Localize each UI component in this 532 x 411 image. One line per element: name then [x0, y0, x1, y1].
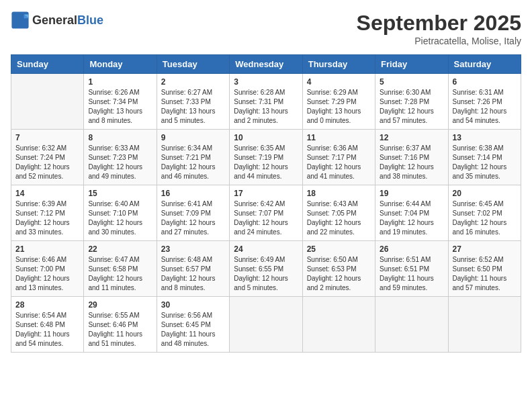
calendar-week-row: 28Sunrise: 6:54 AMSunset: 6:48 PMDayligh… — [11, 297, 521, 353]
day-info: Sunrise: 6:52 AMSunset: 6:50 PMDaylight:… — [453, 255, 517, 293]
day-number: 26 — [380, 244, 443, 254]
month-title: September 2025 — [357, 11, 521, 36]
weekday-header: Tuesday — [157, 55, 229, 74]
day-number: 6 — [453, 77, 517, 87]
calendar-week-row: 14Sunrise: 6:39 AMSunset: 7:12 PMDayligh… — [11, 185, 521, 241]
day-number: 25 — [307, 244, 371, 254]
day-info: Sunrise: 6:48 AMSunset: 6:57 PMDaylight:… — [161, 255, 225, 293]
weekday-header: Sunday — [11, 55, 84, 74]
day-number: 10 — [234, 133, 298, 142]
calendar-cell: 29Sunrise: 6:55 AMSunset: 6:46 PMDayligh… — [84, 297, 157, 353]
day-info: Sunrise: 6:40 AMSunset: 7:10 PMDaylight:… — [88, 199, 152, 237]
calendar-table: SundayMondayTuesdayWednesdayThursdayFrid… — [11, 54, 521, 353]
day-number: 21 — [15, 244, 79, 254]
calendar-cell: 7Sunrise: 6:32 AMSunset: 7:24 PMDaylight… — [11, 130, 84, 185]
day-number: 2 — [161, 77, 225, 87]
calendar-cell: 26Sunrise: 6:51 AMSunset: 6:51 PMDayligh… — [375, 241, 448, 297]
calendar-cell: 3Sunrise: 6:28 AMSunset: 7:31 PMDaylight… — [230, 74, 302, 130]
day-info: Sunrise: 6:39 AMSunset: 7:12 PMDaylight:… — [15, 199, 79, 237]
calendar-cell: 23Sunrise: 6:48 AMSunset: 6:57 PMDayligh… — [157, 241, 229, 297]
day-number: 3 — [234, 77, 298, 87]
logo-icon — [11, 11, 30, 30]
day-number: 1 — [88, 77, 152, 87]
day-info: Sunrise: 6:42 AMSunset: 7:07 PMDaylight:… — [234, 199, 298, 237]
calendar-cell: 25Sunrise: 6:50 AMSunset: 6:53 PMDayligh… — [302, 241, 375, 297]
day-info: Sunrise: 6:35 AMSunset: 7:19 PMDaylight:… — [234, 144, 298, 181]
calendar-header-row: SundayMondayTuesdayWednesdayThursdayFrid… — [11, 55, 521, 74]
day-info: Sunrise: 6:46 AMSunset: 7:00 PMDaylight:… — [15, 255, 79, 293]
day-number: 28 — [15, 300, 79, 310]
day-info: Sunrise: 6:33 AMSunset: 7:23 PMDaylight:… — [88, 144, 152, 181]
calendar-cell: 8Sunrise: 6:33 AMSunset: 7:23 PMDaylight… — [84, 130, 157, 185]
day-number: 8 — [88, 133, 152, 142]
title-block: September 2025 Pietracatella, Molise, It… — [357, 11, 521, 46]
calendar-cell — [11, 74, 84, 130]
calendar-cell: 10Sunrise: 6:35 AMSunset: 7:19 PMDayligh… — [230, 130, 302, 185]
day-number: 18 — [307, 189, 371, 198]
day-number: 29 — [88, 300, 152, 310]
page-header: GeneralBlue September 2025 Pietracatella… — [11, 11, 521, 46]
day-number: 20 — [453, 189, 517, 198]
calendar-cell: 4Sunrise: 6:29 AMSunset: 7:29 PMDaylight… — [302, 74, 375, 130]
day-number: 4 — [307, 77, 371, 87]
day-info: Sunrise: 6:29 AMSunset: 7:29 PMDaylight:… — [307, 88, 371, 126]
day-info: Sunrise: 6:51 AMSunset: 6:51 PMDaylight:… — [380, 255, 443, 293]
day-number: 14 — [15, 189, 79, 198]
day-info: Sunrise: 6:34 AMSunset: 7:21 PMDaylight:… — [161, 144, 225, 181]
day-number: 23 — [161, 244, 225, 254]
calendar-cell: 13Sunrise: 6:38 AMSunset: 7:14 PMDayligh… — [448, 130, 521, 185]
calendar-week-row: 7Sunrise: 6:32 AMSunset: 7:24 PMDaylight… — [11, 130, 521, 185]
day-info: Sunrise: 6:55 AMSunset: 6:46 PMDaylight:… — [88, 311, 152, 349]
calendar-cell: 28Sunrise: 6:54 AMSunset: 6:48 PMDayligh… — [11, 297, 84, 353]
day-info: Sunrise: 6:43 AMSunset: 7:05 PMDaylight:… — [307, 199, 371, 237]
day-number: 24 — [234, 244, 298, 254]
calendar-cell — [448, 297, 521, 353]
calendar-cell: 1Sunrise: 6:26 AMSunset: 7:34 PMDaylight… — [84, 74, 157, 130]
calendar-cell: 27Sunrise: 6:52 AMSunset: 6:50 PMDayligh… — [448, 241, 521, 297]
calendar-cell: 11Sunrise: 6:36 AMSunset: 7:17 PMDayligh… — [302, 130, 375, 185]
day-number: 19 — [380, 189, 443, 198]
calendar-cell: 20Sunrise: 6:45 AMSunset: 7:02 PMDayligh… — [448, 185, 521, 241]
calendar-cell: 12Sunrise: 6:37 AMSunset: 7:16 PMDayligh… — [375, 130, 448, 185]
day-info: Sunrise: 6:41 AMSunset: 7:09 PMDaylight:… — [161, 199, 225, 237]
location-title: Pietracatella, Molise, Italy — [357, 36, 521, 46]
calendar-cell: 17Sunrise: 6:42 AMSunset: 7:07 PMDayligh… — [230, 185, 302, 241]
calendar-cell: 22Sunrise: 6:47 AMSunset: 6:58 PMDayligh… — [84, 241, 157, 297]
day-info: Sunrise: 6:38 AMSunset: 7:14 PMDaylight:… — [453, 144, 517, 181]
day-number: 13 — [453, 133, 517, 142]
day-number: 9 — [161, 133, 225, 142]
calendar-cell: 15Sunrise: 6:40 AMSunset: 7:10 PMDayligh… — [84, 185, 157, 241]
calendar-cell: 5Sunrise: 6:30 AMSunset: 7:28 PMDaylight… — [375, 74, 448, 130]
calendar-cell: 14Sunrise: 6:39 AMSunset: 7:12 PMDayligh… — [11, 185, 84, 241]
day-number: 16 — [161, 189, 225, 198]
calendar-week-row: 21Sunrise: 6:46 AMSunset: 7:00 PMDayligh… — [11, 241, 521, 297]
calendar-cell: 16Sunrise: 6:41 AMSunset: 7:09 PMDayligh… — [157, 185, 229, 241]
calendar-cell: 18Sunrise: 6:43 AMSunset: 7:05 PMDayligh… — [302, 185, 375, 241]
day-info: Sunrise: 6:49 AMSunset: 6:55 PMDaylight:… — [234, 255, 298, 293]
day-info: Sunrise: 6:56 AMSunset: 6:45 PMDaylight:… — [161, 311, 225, 349]
weekday-header: Friday — [375, 55, 448, 74]
calendar-cell: 24Sunrise: 6:49 AMSunset: 6:55 PMDayligh… — [230, 241, 302, 297]
calendar-cell: 19Sunrise: 6:44 AMSunset: 7:04 PMDayligh… — [375, 185, 448, 241]
weekday-header: Monday — [84, 55, 157, 74]
day-info: Sunrise: 6:31 AMSunset: 7:26 PMDaylight:… — [453, 88, 517, 126]
day-info: Sunrise: 6:32 AMSunset: 7:24 PMDaylight:… — [15, 144, 79, 181]
weekday-header: Thursday — [302, 55, 375, 74]
day-info: Sunrise: 6:44 AMSunset: 7:04 PMDaylight:… — [380, 199, 443, 237]
calendar-cell: 2Sunrise: 6:27 AMSunset: 7:33 PMDaylight… — [157, 74, 229, 130]
calendar-cell: 30Sunrise: 6:56 AMSunset: 6:45 PMDayligh… — [157, 297, 229, 353]
logo-general: General — [32, 13, 77, 27]
day-number: 17 — [234, 189, 298, 198]
day-info: Sunrise: 6:50 AMSunset: 6:53 PMDaylight:… — [307, 255, 371, 293]
calendar-cell — [375, 297, 448, 353]
day-info: Sunrise: 6:54 AMSunset: 6:48 PMDaylight:… — [15, 311, 79, 349]
calendar-week-row: 1Sunrise: 6:26 AMSunset: 7:34 PMDaylight… — [11, 74, 521, 130]
logo-blue: Blue — [77, 13, 103, 27]
day-number: 7 — [15, 133, 79, 142]
day-info: Sunrise: 6:37 AMSunset: 7:16 PMDaylight:… — [380, 144, 443, 181]
day-number: 11 — [307, 133, 371, 142]
day-info: Sunrise: 6:45 AMSunset: 7:02 PMDaylight:… — [453, 199, 517, 237]
day-number: 15 — [88, 189, 152, 198]
weekday-header: Saturday — [448, 55, 521, 74]
day-number: 27 — [453, 244, 517, 254]
